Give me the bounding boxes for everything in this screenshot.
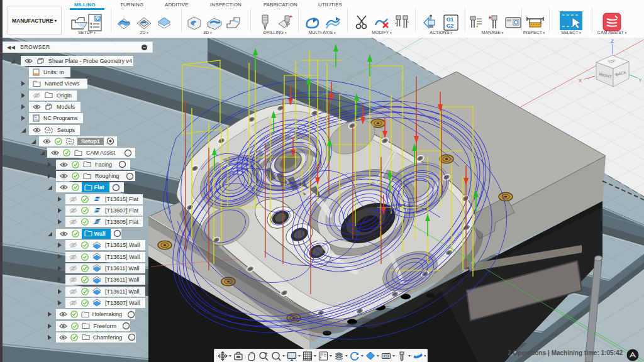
svg-text:G2: G2	[447, 23, 454, 29]
svg-text:G: G	[35, 115, 37, 119]
svg-text:X: X	[579, 78, 582, 84]
svg-text:Z: Z	[611, 38, 614, 44]
svg-text:G: G	[96, 17, 100, 21]
svg-text:+: +	[289, 14, 292, 20]
svg-text:G1: G1	[447, 16, 454, 23]
svg-text:Y: Y	[638, 77, 642, 83]
